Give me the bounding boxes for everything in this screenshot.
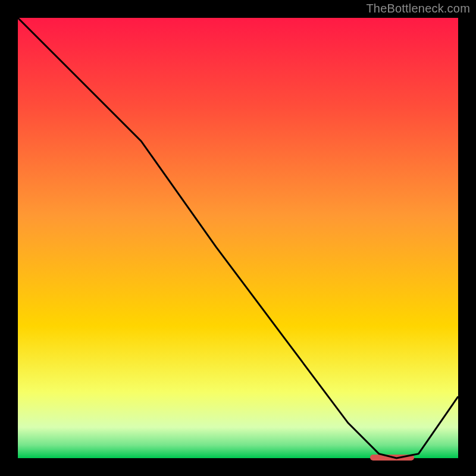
chart-svg [0, 0, 476, 476]
chart-root: TheBottleneck.com [0, 0, 476, 476]
watermark-text: TheBottleneck.com [366, 2, 470, 15]
